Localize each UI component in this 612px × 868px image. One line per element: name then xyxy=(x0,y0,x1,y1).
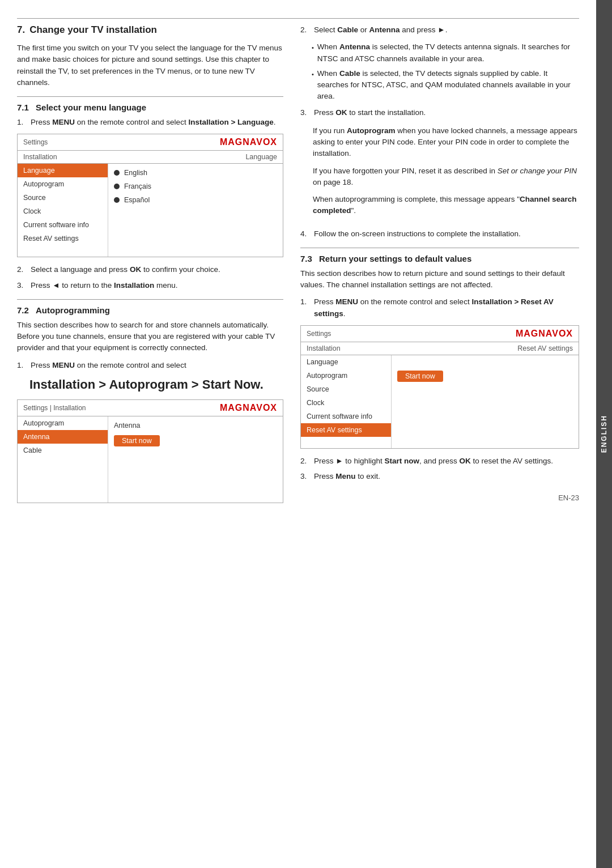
radio-unselected xyxy=(114,197,120,203)
radio-unselected xyxy=(114,184,120,189)
section-73-step1: 1. Press MENU on the remote control and … xyxy=(300,296,579,320)
list-item: 1. Press MENU on the remote control and … xyxy=(17,117,283,128)
section-72-step2: 2. Select Cable or Antenna and press ►. xyxy=(300,24,579,36)
section-72-number: 7.2 xyxy=(17,305,29,315)
start-now-button-3[interactable]: Start now xyxy=(397,371,443,382)
settings-item-soft3: Current software info xyxy=(301,410,391,423)
list-item: 3. Press Menu to exit. xyxy=(300,471,579,482)
settings-item-language: Language xyxy=(18,164,108,177)
list-item: 1. Press MENU on the remote control and … xyxy=(17,360,283,371)
divider-72 xyxy=(17,299,283,300)
settings-columns-2: Autoprogram Antenna Cable Antenna Start … xyxy=(18,416,283,503)
settings-breadcrumb-3: Installation Reset AV settings xyxy=(301,342,579,355)
left-column: 7. Change your TV installation The first… xyxy=(17,24,283,858)
list-item: 2. Select Cable or Antenna and press ►. xyxy=(300,24,579,36)
settings-brand-3: MAGNAVOX xyxy=(516,329,573,339)
settings-item-reset3: Reset AV settings xyxy=(301,423,391,437)
step-number: 2. xyxy=(300,24,311,36)
settings-right-panel-2: Antenna Start now xyxy=(108,416,283,503)
section-71-title: Select your menu language xyxy=(36,103,146,112)
section-72-body: This section describes how to search for… xyxy=(17,320,283,354)
step-text: Press MENU on the remote control and sel… xyxy=(31,117,276,128)
settings-breadcrumb: Installation Language xyxy=(18,151,283,164)
settings-item-clock: Clock xyxy=(18,205,108,218)
settings-item-cable: Cable xyxy=(18,444,108,457)
settings-header: Settings MAGNAVOX xyxy=(18,134,283,151)
settings-item-antenna: Antenna xyxy=(18,430,108,444)
step-number: 4. xyxy=(300,228,311,240)
section-71-number: 7.1 xyxy=(17,103,29,112)
settings-brand: MAGNAVOX xyxy=(220,137,277,147)
settings-lang-spanish: Español xyxy=(108,193,283,207)
list-item: 3. Press OK to start the installation. I… xyxy=(300,107,579,223)
settings-left-panel: Language Autoprogram Source Clock Curren… xyxy=(18,164,108,257)
settings-header-2: Settings | Installation MAGNAVOX xyxy=(18,400,283,416)
section-71-steps: 1. Press MENU on the remote control and … xyxy=(17,117,283,128)
settings-item-clock3: Clock xyxy=(301,396,391,410)
section-72-heading: 7.2 Autoprogramming xyxy=(17,305,283,315)
step3-line1: 3. Press OK to start the installation. xyxy=(300,107,579,118)
settings-header-left: Settings xyxy=(23,138,48,146)
breadcrumb-left-3: Installation xyxy=(307,344,341,352)
section-71-steps-2-3: 2. Select a language and press OK to con… xyxy=(17,264,283,291)
settings-item-source: Source xyxy=(18,191,108,205)
settings-header-left-2: Settings | Installation xyxy=(23,404,86,412)
settings-columns: Language Autoprogram Source Clock Curren… xyxy=(18,164,283,257)
bullet-text: When Cable is selected, the TV detects s… xyxy=(317,68,579,103)
step-text: Press Menu to exit. xyxy=(314,471,380,482)
section-72-step4: 4. Follow the on-screen instructions to … xyxy=(300,228,579,240)
list-item: • When Antenna is selected, the TV detec… xyxy=(312,41,579,65)
step-text: Press OK to start the installation. xyxy=(314,107,426,118)
section-73-body: This section describes how to return pic… xyxy=(300,268,579,291)
breadcrumb-left: Installation xyxy=(23,153,57,161)
step-text: Select a language and press OK to confir… xyxy=(31,264,220,275)
settings-header-left-3: Settings xyxy=(307,330,331,338)
step3-detail-text2: If you have forgotten your PIN, reset it… xyxy=(313,165,579,189)
settings-right-startnow3: Start now xyxy=(392,368,579,385)
lang-label: Français xyxy=(124,182,151,190)
side-tab-label: ENGLISH xyxy=(600,415,608,453)
divider-71 xyxy=(17,96,283,97)
step3-detail-text1: If you run Autoprogram when you have loc… xyxy=(313,125,579,160)
bullet-text: When Antenna is selected, the TV detects… xyxy=(317,41,579,65)
settings-item-autoprogram: Autoprogram xyxy=(18,177,108,191)
list-item: 2. Press ► to highlight Start now, and p… xyxy=(300,456,579,467)
settings-box-autoprogram: Settings | Installation MAGNAVOX Autopro… xyxy=(17,399,283,503)
settings-left-panel-2: Autoprogram Antenna Cable xyxy=(18,416,108,503)
settings-item-software: Current software info xyxy=(18,218,108,232)
start-now-button[interactable]: Start now xyxy=(114,435,160,446)
path-heading: Installation > Autoprogram > Start Now. xyxy=(29,377,283,393)
step-number: 3. xyxy=(17,280,27,291)
settings-box-language: Settings MAGNAVOX Installation Language … xyxy=(17,134,283,257)
settings-right-antenna: Antenna xyxy=(108,419,283,432)
settings-right-panel: English Français Español xyxy=(108,164,283,257)
divider-73 xyxy=(300,248,579,248)
section-71-heading: 7.1 Select your menu language xyxy=(17,103,283,112)
step-text: Press ◄ to return to the Installation me… xyxy=(31,280,177,291)
chapter-intro: The first time you switch on your TV you… xyxy=(17,42,283,88)
section-72-title: Autoprogramming xyxy=(36,305,110,315)
step-text: Select Cable or Antenna and press ►. xyxy=(314,24,447,36)
settings-item-autoprogram2: Autoprogram xyxy=(18,416,108,430)
list-item: 1. Press MENU on the remote control and … xyxy=(300,296,579,320)
step-text: Press ► to highlight Start now, and pres… xyxy=(314,456,553,467)
step3-detail: If you run Autoprogram when you have loc… xyxy=(313,125,579,223)
settings-item-lang3: Language xyxy=(301,355,391,369)
section-73-heading: 7.3 Return your settings to default valu… xyxy=(300,254,579,263)
step3-detail-text3: When autoprogramming is complete, this m… xyxy=(313,194,579,217)
settings-box-reset: Settings MAGNAVOX Installation Reset AV … xyxy=(300,325,579,449)
radio-selected xyxy=(114,170,120,176)
settings-item-auto3: Autoprogram xyxy=(301,369,391,382)
section-72-step3: 3. Press OK to start the installation. I… xyxy=(300,107,579,223)
list-item: • When Cable is selected, the TV detects… xyxy=(312,68,579,103)
settings-left-panel-3: Language Autoprogram Source Clock Curren… xyxy=(301,355,392,448)
section-73-steps-2-3: 2. Press ► to highlight Start now, and p… xyxy=(300,456,579,483)
bullet: • xyxy=(312,70,314,103)
step-text: Press MENU on the remote control and sel… xyxy=(31,360,186,371)
step-number: 2. xyxy=(17,264,27,275)
list-item: 2. Select a language and press OK to con… xyxy=(17,264,283,275)
side-tab: ENGLISH xyxy=(596,0,612,868)
chapter-title: Change your TV installation xyxy=(29,24,157,36)
step-number: 1. xyxy=(300,296,311,320)
section-73-number: 7.3 xyxy=(300,254,312,263)
